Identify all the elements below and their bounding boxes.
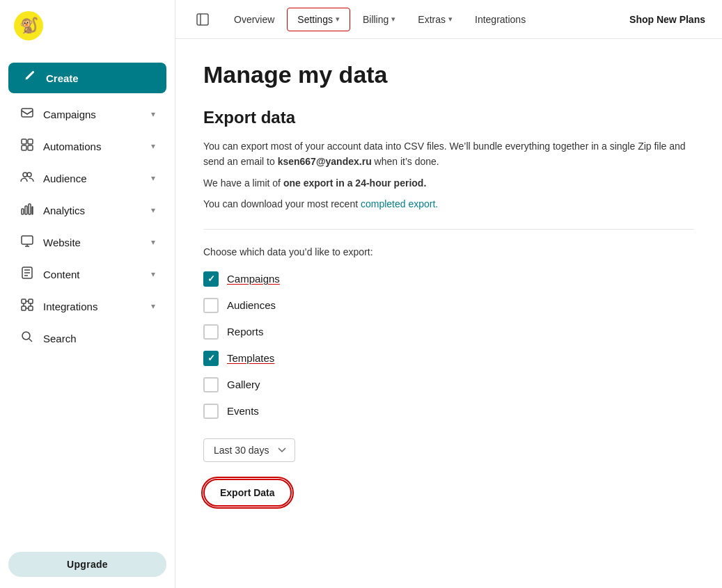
integrations-icon: [19, 298, 35, 315]
create-icon: [22, 70, 38, 86]
svg-rect-13: [22, 299, 26, 303]
checkbox-item-events[interactable]: Events: [203, 404, 694, 419]
sidebar-item-label-audience: Audience: [43, 173, 143, 184]
date-range-select[interactable]: Last 30 days Last 60 days Last 90 days A…: [203, 438, 295, 462]
svg-point-5: [23, 173, 27, 177]
chevron-down-icon: ▾: [151, 173, 155, 183]
export-section-title: Export data: [203, 108, 694, 127]
mailchimp-logo: 🐒: [14, 11, 43, 40]
svg-rect-3: [22, 145, 26, 150]
sidebar-item-automations[interactable]: Automations ▾: [6, 131, 169, 161]
svg-point-6: [27, 173, 31, 177]
export-data-button[interactable]: Export Data: [203, 479, 292, 507]
sidebar-item-label-website: Website: [43, 237, 143, 248]
search-icon: [19, 330, 35, 347]
svg-rect-8: [25, 206, 27, 214]
email-address: ksen667@yandex.ru: [278, 156, 372, 167]
sidebar-item-website[interactable]: Website ▾: [6, 227, 169, 257]
svg-rect-0: [22, 109, 33, 117]
checkbox-item-audiences[interactable]: Audiences: [203, 298, 694, 313]
website-icon: [19, 234, 35, 251]
sidebar-item-label-create: Create: [46, 72, 152, 84]
checkbox-label-templates: Templates: [227, 352, 274, 364]
description-3: You can download your most recent comple…: [203, 196, 694, 212]
sidebar-item-create[interactable]: Create: [8, 63, 166, 93]
checkbox-item-templates[interactable]: Templates: [203, 351, 694, 366]
svg-rect-7: [22, 209, 24, 214]
tab-settings[interactable]: Settings ▾: [287, 8, 350, 31]
checkbox-label-audiences: Audiences: [227, 299, 276, 311]
checkbox-campaigns[interactable]: [203, 271, 219, 287]
upgrade-button[interactable]: Upgrade: [8, 552, 166, 577]
chevron-down-icon: ▾: [151, 109, 155, 119]
sidebar-item-campaigns[interactable]: Campaigns ▾: [6, 99, 169, 129]
svg-rect-10: [32, 207, 33, 214]
tab-overview[interactable]: Overview: [224, 8, 284, 31]
description-2-prefix: We have a limit of: [203, 177, 283, 189]
description-2-bold: one export in a 24-hour period.: [283, 177, 426, 189]
checkbox-item-gallery[interactable]: Gallery: [203, 377, 694, 392]
sidebar: 🐒 Create Campaigns ▾: [0, 0, 175, 588]
description-2: We have a limit of one export in a 24-ho…: [203, 175, 694, 191]
svg-rect-16: [29, 306, 33, 310]
top-navigation: Overview Settings ▾ Billing ▾ Extras ▾ I…: [175, 0, 722, 39]
checkbox-reports[interactable]: [203, 324, 219, 340]
tab-billing[interactable]: Billing ▾: [353, 8, 405, 31]
analytics-icon: [19, 202, 35, 218]
shop-new-plans-link[interactable]: Shop New Plans: [629, 14, 705, 25]
sidebar-item-search[interactable]: Search: [6, 323, 169, 353]
sidebar-item-audience[interactable]: Audience ▾: [6, 163, 169, 193]
checkbox-templates[interactable]: [203, 351, 219, 366]
sidebar-item-content[interactable]: Content ▾: [6, 259, 169, 289]
checkbox-label-events: Events: [227, 405, 259, 417]
svg-rect-9: [29, 204, 31, 214]
chevron-down-icon: ▾: [448, 15, 453, 24]
logo[interactable]: 🐒: [0, 0, 175, 51]
sidebar-item-label-search: Search: [43, 333, 155, 344]
checkbox-events[interactable]: [203, 404, 219, 419]
tab-billing-label: Billing: [363, 14, 389, 25]
svg-rect-2: [28, 139, 33, 144]
svg-rect-1: [22, 139, 26, 144]
sidebar-item-integrations[interactable]: Integrations ▾: [6, 291, 169, 321]
sidebar-item-label-analytics: Analytics: [43, 205, 143, 216]
tab-extras[interactable]: Extras ▾: [408, 8, 462, 31]
sidebar-bottom: Upgrade: [0, 541, 175, 588]
section-divider: [203, 229, 694, 230]
svg-point-17: [22, 332, 30, 340]
sidebar-toggle-button[interactable]: [192, 9, 213, 30]
sidebar-item-label-campaigns: Campaigns: [43, 109, 143, 120]
sidebar-navigation: Create Campaigns ▾ Aut: [0, 51, 175, 541]
svg-rect-14: [29, 299, 33, 303]
chevron-down-icon: ▾: [151, 141, 155, 151]
checkbox-item-reports[interactable]: Reports: [203, 324, 694, 340]
checkbox-gallery[interactable]: [203, 377, 219, 392]
page-title: Manage my data: [203, 61, 694, 88]
chevron-down-icon: ▾: [391, 15, 395, 24]
content-icon: [19, 266, 35, 283]
automations-icon: [19, 138, 35, 154]
description-1-end: when it’s done.: [372, 156, 439, 167]
chevron-down-icon: ▾: [336, 15, 340, 24]
chevron-down-icon: ▾: [151, 237, 155, 247]
description-1-text: You can export most of your account data…: [203, 141, 686, 167]
checkbox-list: Campaigns Audiences Reports Templates Ga…: [203, 271, 694, 419]
sidebar-item-label-content: Content: [43, 269, 143, 280]
checkbox-audiences[interactable]: [203, 298, 219, 313]
sidebar-item-label-automations: Automations: [43, 141, 143, 152]
tab-extras-label: Extras: [418, 14, 446, 25]
content-area: Manage my data Export data You can expor…: [175, 39, 722, 588]
audience-icon: [19, 170, 35, 186]
svg-rect-11: [22, 236, 33, 244]
tab-integrations[interactable]: Integrations: [465, 8, 535, 31]
sidebar-item-label-integrations: Integrations: [43, 301, 143, 312]
description-1: You can export most of your account data…: [203, 138, 694, 170]
chevron-down-icon: ▾: [151, 205, 155, 215]
completed-export-link[interactable]: completed export.: [361, 198, 438, 209]
tab-integrations-label: Integrations: [475, 14, 526, 25]
sidebar-item-analytics[interactable]: Analytics ▾: [6, 195, 169, 225]
tab-overview-label: Overview: [234, 14, 274, 25]
checkbox-label-reports: Reports: [227, 326, 264, 337]
checkbox-item-campaigns[interactable]: Campaigns: [203, 271, 694, 287]
choose-label: Choose which data you’d like to export:: [203, 246, 694, 257]
